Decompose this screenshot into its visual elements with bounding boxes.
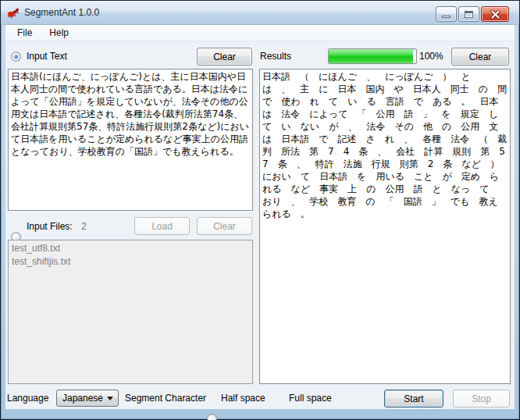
minimize-icon [442,16,451,18]
input-files-count: 2 [81,221,87,232]
close-icon [490,10,500,19]
stop-button[interactable]: Stop [453,390,510,408]
chevron-down-icon [107,397,113,400]
language-select[interactable]: Japanese [56,390,119,407]
file-list-item[interactable]: test_utf8.txt [12,242,249,255]
file-list[interactable]: test_utf8.txt test_shiftjis.txt [8,240,253,384]
app-window: SegmentAnt 1.0.0 File Help Input Text Cl… [0,0,520,420]
progress-fill [329,49,413,63]
results-label: Results [260,51,291,62]
close-button[interactable] [481,6,509,22]
progress-percent: 100% [419,51,443,62]
file-list-item[interactable]: test_shiftjis.txt [12,255,249,269]
input-files-label: Input Files: [27,221,73,232]
maximize-icon [465,11,473,18]
input-text-radio[interactable] [11,52,21,62]
titlebar[interactable]: SegmentAnt 1.0.0 [1,1,519,25]
app-icon [7,6,20,19]
language-selected-value: Japanese [62,393,103,404]
load-files-button[interactable]: Load [134,217,190,235]
menu-file[interactable]: File [10,26,39,40]
menu-help[interactable]: Help [42,26,76,40]
caption-buttons [436,6,509,22]
half-space-radio[interactable] [207,414,217,420]
progress-bar [328,48,417,64]
language-label: Language [7,393,48,404]
clear-files-button[interactable]: Clear [197,217,252,235]
full-space-label: Full space [289,393,332,404]
segment-character-label: Segment Character [125,393,206,404]
clear-input-text-button[interactable]: Clear [197,48,252,66]
menubar: File Help [5,25,515,41]
maximize-button[interactable] [458,6,479,22]
window-title: SegmentAnt 1.0.0 [24,7,99,18]
start-button[interactable]: Start [384,390,443,408]
input-text-label: Input Text [27,51,67,62]
input-text-area[interactable]: 日本語(にほんご、にっぽんご)とは、主に日本国内や日本人同士の間で使われている言… [8,69,253,211]
half-space-label: Half space [221,393,265,404]
clear-results-button[interactable]: Clear [451,48,509,66]
minimize-button[interactable] [436,6,457,22]
results-text-area[interactable]: 日本語 （ にほんご 、 にっぽんご ） と は 、 主 に 日本 国内 や 日… [259,69,511,384]
